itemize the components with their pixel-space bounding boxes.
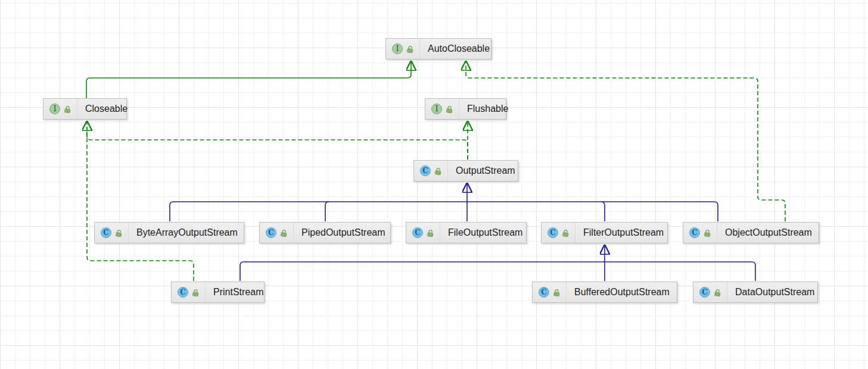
class-node-outputstream[interactable]: C OutputStream [413, 160, 518, 182]
class-node-filteroutputstream[interactable]: C FilterOutputStream [541, 222, 668, 243]
lock-icon [552, 288, 561, 297]
node-icon-area: I [386, 39, 420, 59]
class-node-dataoutputstream[interactable]: C DataOutputStream [693, 282, 818, 303]
class-node-bufferedoutputstream[interactable]: C BufferedOutputStream [532, 282, 677, 303]
edge-filteroutputstream-extends-outputstream [601, 202, 605, 221]
node-label: PipedOutputStream [294, 227, 394, 238]
node-label: Closeable [77, 104, 136, 114]
class-node-bytearrayoutputstream[interactable]: C ByteArrayOutputStream [94, 222, 244, 243]
class-icon: C [412, 227, 423, 238]
lock-icon [63, 105, 72, 114]
node-label: BufferedOutputStream [567, 287, 678, 298]
class-node-objectoutputstream[interactable]: C ObjectOutputStream [683, 222, 819, 243]
edge-printstream-implements-closeable [87, 127, 194, 281]
interface-icon: I [49, 104, 60, 114]
node-icon-area: C [95, 223, 129, 243]
lock-icon [191, 288, 200, 297]
class-icon: C [266, 227, 276, 238]
interface-node-closeable[interactable]: I Closeable [43, 98, 127, 120]
class-icon: C [420, 165, 431, 176]
node-icon-area: C [542, 223, 575, 243]
lock-icon [279, 229, 288, 237]
node-label: OutputStream [448, 165, 524, 176]
node-icon-area: C [683, 223, 717, 243]
class-icon: C [101, 227, 111, 238]
lock-icon [406, 45, 415, 54]
edge-printstream-data-bus-filteroutputstream [240, 262, 755, 281]
edge-pipedoutputstream-extends-outputstream [325, 202, 329, 221]
node-label: FileOutputStream [440, 227, 531, 238]
class-node-fileoutputstream[interactable]: C FileOutputStream [406, 222, 527, 243]
interface-node-autocloseable[interactable]: I AutoCloseable [385, 38, 491, 60]
lock-icon [703, 229, 712, 237]
class-icon: C [689, 227, 700, 238]
node-icon-area: C [172, 282, 206, 302]
edge-objectoutputstream-implements-autocloseable [466, 61, 785, 221]
lock-icon [561, 229, 570, 237]
node-label: FilterOutputStream [575, 227, 672, 238]
node-label: AutoCloseable [420, 43, 498, 54]
class-icon: C [699, 287, 710, 298]
lock-icon [426, 229, 435, 237]
class-icon: C [539, 287, 549, 298]
interface-icon: I [431, 104, 442, 114]
lock-icon [434, 167, 443, 176]
class-icon: C [547, 227, 558, 238]
node-label: ByteArrayOutputStream [129, 227, 246, 238]
lock-icon [445, 105, 454, 114]
node-icon-area: C [533, 282, 567, 302]
edge-outputstream-implements-closeable [87, 121, 468, 160]
class-node-printstream[interactable]: C PrintStream [171, 282, 265, 303]
node-icon-area: I [43, 99, 77, 119]
lock-icon [713, 288, 722, 297]
diagram-canvas: I AutoCloseable I Closeable I [0, 0, 868, 369]
node-label: ObjectOutputStream [717, 227, 820, 238]
lock-icon [114, 229, 123, 237]
node-icon-area: I [425, 99, 459, 119]
node-icon-area: C [693, 282, 727, 302]
node-icon-area: C [406, 223, 440, 243]
node-icon-area: C [260, 223, 294, 243]
interface-node-flushable[interactable]: I Flushable [425, 98, 506, 120]
class-node-pipedoutputstream[interactable]: C PipedOutputStream [259, 222, 391, 243]
interface-icon: I [392, 43, 403, 54]
node-label: PrintStream [206, 287, 272, 298]
node-label: Flushable [459, 104, 517, 114]
node-label: DataOutputStream [727, 287, 823, 298]
node-icon-area: C [414, 161, 448, 181]
class-icon: C [178, 287, 188, 298]
edge-bytearray-object-bus-outputstream [170, 202, 718, 221]
edge-closeable-extends-autocloseable [86, 61, 411, 98]
